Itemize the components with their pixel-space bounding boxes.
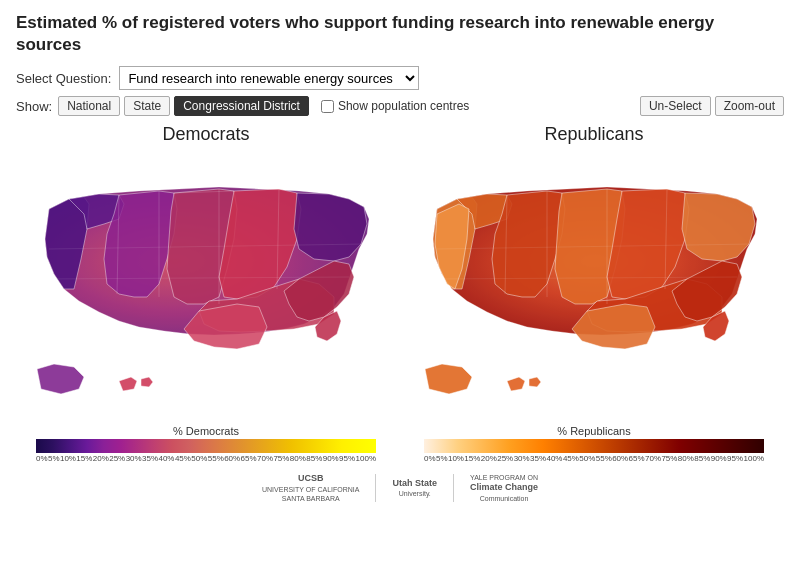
republicans-legend-bar	[424, 439, 764, 453]
democrats-panel: Democrats	[16, 124, 396, 463]
maps-section: Democrats	[16, 124, 784, 463]
footer-divider1	[375, 474, 376, 502]
state-button[interactable]: State	[124, 96, 170, 116]
democrats-legend-labels: 0%5%10%15%20% 25%30%35%40%45% 50%55%60%6…	[36, 454, 376, 463]
republicans-legend-labels: 0%5%10%15%20% 25%30%35%40%45% 50%55%60%6…	[424, 454, 764, 463]
republicans-map[interactable]	[407, 149, 782, 419]
yale-logo: YALE PROGRAM ON Climate Change Communica…	[470, 473, 538, 503]
republicans-title: Republicans	[544, 124, 643, 145]
republicans-legend: % Republicans 0%5%10%15%20% 25%30%35%40%…	[407, 425, 782, 463]
footer-divider2	[453, 474, 454, 502]
democrats-legend: % Democrats 0%5%10%15%20% 25%30%35%40%45…	[19, 425, 394, 463]
footer: UCSB UNIVERSITY OF CALIFORNIA SANTA BARB…	[16, 469, 784, 503]
democrats-map[interactable]	[19, 149, 394, 419]
zoom-out-button[interactable]: Zoom-out	[715, 96, 784, 116]
democrats-legend-bar	[36, 439, 376, 453]
ucsb-logo: UCSB UNIVERSITY OF CALIFORNIA SANTA BARB…	[262, 473, 360, 503]
select-question-label: Select Question:	[16, 71, 111, 86]
question-select[interactable]: Fund research into renewable energy sour…	[119, 66, 419, 90]
question-row: Select Question: Fund research into rene…	[16, 66, 784, 90]
show-label: Show:	[16, 99, 52, 114]
population-centres-checkbox[interactable]	[321, 100, 334, 113]
utah-logo: Utah State University.	[392, 478, 437, 499]
population-centres-label: Show population centres	[321, 99, 469, 113]
right-buttons: Un-Select Zoom-out	[640, 96, 784, 116]
congressional-district-button[interactable]: Congressional District	[174, 96, 309, 116]
show-row: Show: National State Congressional Distr…	[16, 96, 784, 116]
page-title: Estimated % of registered voters who sup…	[16, 12, 736, 56]
national-button[interactable]: National	[58, 96, 120, 116]
republicans-legend-title: % Republicans	[557, 425, 630, 437]
unselect-button[interactable]: Un-Select	[640, 96, 711, 116]
republicans-panel: Republicans	[404, 124, 784, 463]
democrats-legend-title: % Democrats	[173, 425, 239, 437]
democrats-title: Democrats	[162, 124, 249, 145]
